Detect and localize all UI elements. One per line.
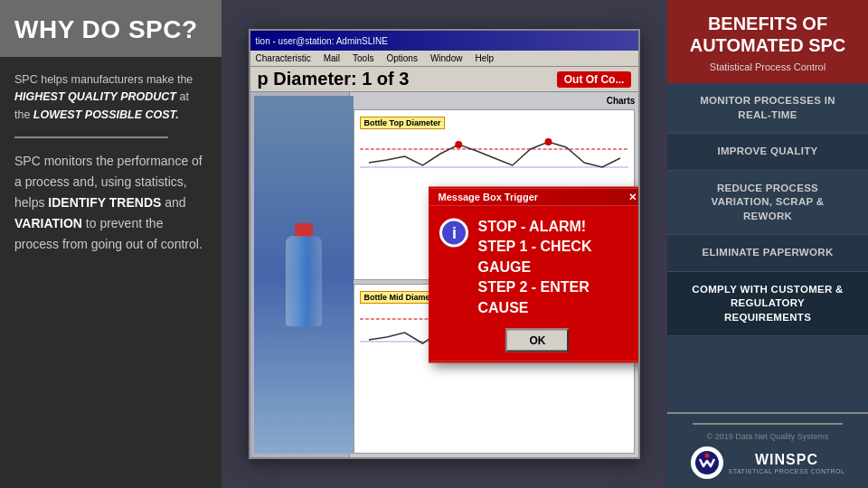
menu-mail[interactable]: Mail bbox=[324, 53, 340, 63]
sw-toolbar: p Diameter: 1 of 3 Out Of Co... bbox=[250, 67, 639, 92]
alarm-text: STOP - ALARM! STEP 1 - CHECK GAUGE STEP … bbox=[477, 217, 635, 318]
spc-monitors-text: SPC monitors the performance of a proces… bbox=[14, 151, 207, 255]
software-container: tion - user@station: AdminSLINE Characte… bbox=[222, 0, 667, 488]
winspc-logo: WINSPC STATISTICAL PROCESS CONTROL bbox=[680, 446, 855, 479]
alarm-ok-button[interactable]: OK bbox=[505, 328, 569, 352]
alarm-line3: STEP 2 - ENTER CAUSE bbox=[477, 277, 635, 318]
divider-line bbox=[14, 136, 168, 138]
benefit-reduce: REDUCE PROCESSVARIATION, SCRAP &REWORK bbox=[667, 171, 868, 236]
alarm-info-icon: i bbox=[439, 219, 468, 248]
svg-point-7 bbox=[704, 454, 709, 458]
benefit-comply: COMPLY WITH CUSTOMER &REGULATORYREQUIREM… bbox=[667, 272, 868, 337]
footer-divider bbox=[693, 423, 843, 425]
alarm-line2: STEP 1 - CHECK GAUGE bbox=[477, 237, 635, 277]
benefit-quality: IMPROVE QUALITY bbox=[667, 134, 868, 171]
sw-charts-area: Charts Bottle Top Diameter bbox=[350, 92, 639, 456]
alarm-line1: STOP - ALARM! bbox=[477, 217, 635, 237]
middle-panel: tion - user@station: AdminSLINE Characte… bbox=[222, 0, 667, 488]
menu-window[interactable]: Window bbox=[430, 53, 463, 63]
right-panel: BENEFITS OFAUTOMATED SPC Statistical Pro… bbox=[667, 0, 868, 488]
svg-point-2 bbox=[455, 141, 462, 148]
out-of-control-badge: Out Of Co... bbox=[557, 71, 632, 88]
page-title: WHY DO SPC? bbox=[14, 16, 207, 44]
sw-titlebar: tion - user@station: AdminSLINE bbox=[250, 31, 639, 51]
benefits-list: MONITOR PROCESSES INREAL-TIME IMPROVE QU… bbox=[667, 83, 868, 412]
left-content: SPC helps manufacturers make the HIGHEST… bbox=[0, 57, 222, 488]
winspc-name: WINSPC bbox=[729, 452, 845, 468]
right-header: BENEFITS OFAUTOMATED SPC Statistical Pro… bbox=[667, 0, 868, 83]
benefits-subtitle: Statistical Process Control bbox=[680, 61, 855, 72]
menu-options[interactable]: Options bbox=[386, 53, 417, 63]
svg-point-3 bbox=[544, 138, 552, 145]
sw-body: Charts Bottle Top Diameter bbox=[250, 92, 639, 456]
bottle-top-label: Bottle Top Diameter bbox=[360, 117, 446, 129]
menu-tools[interactable]: Tools bbox=[353, 53, 373, 63]
charts-label: Charts bbox=[354, 96, 636, 106]
benefit-monitor: MONITOR PROCESSES INREAL-TIME bbox=[667, 83, 868, 134]
footer-copyright: © 2019 Data Net Quality Systems bbox=[680, 432, 855, 441]
winspc-subtitle: STATISTICAL PROCESS CONTROL bbox=[729, 468, 845, 474]
alarm-close-button[interactable]: ✕ bbox=[628, 192, 637, 203]
winspc-svg-icon bbox=[694, 450, 720, 475]
benefits-title: BENEFITS OFAUTOMATED SPC bbox=[680, 13, 855, 56]
software-window: tion - user@station: AdminSLINE Characte… bbox=[249, 29, 641, 458]
bottle-image-area bbox=[254, 96, 354, 453]
left-panel: WHY DO SPC? SPC helps manufacturers make… bbox=[0, 0, 222, 488]
desc-text: SPC helps manufacturers make the HIGHEST… bbox=[14, 71, 207, 124]
menu-help[interactable]: Help bbox=[475, 53, 494, 63]
right-footer: © 2019 Data Net Quality Systems WINSPC S… bbox=[667, 412, 868, 488]
alarm-titlebar: Message Box Trigger ✕ bbox=[430, 189, 640, 206]
menu-characteristic[interactable]: Characteristic bbox=[256, 53, 311, 63]
sw-menubar: Characteristic Mail Tools Options Window… bbox=[250, 51, 639, 67]
winspc-icon bbox=[691, 446, 723, 479]
sw-title-text: tion - user@station: AdminSLINE bbox=[256, 36, 388, 46]
title-box: WHY DO SPC? bbox=[0, 0, 222, 57]
alarm-dialog: Message Box Trigger ✕ i STOP - ALARM! ST… bbox=[429, 187, 640, 363]
diameter-label: p Diameter: 1 of 3 bbox=[258, 69, 410, 89]
sw-sidebar bbox=[250, 92, 350, 456]
winspc-text-block: WINSPC STATISTICAL PROCESS CONTROL bbox=[729, 452, 845, 474]
alarm-body: i STOP - ALARM! STEP 1 - CHECK GAUGE STE… bbox=[430, 206, 640, 361]
bottle-shape bbox=[286, 236, 322, 326]
chart-top-svg bbox=[360, 131, 629, 185]
alarm-title-text: Message Box Trigger bbox=[438, 192, 538, 203]
benefit-paperwork: ELIMINATE PAPERWORK bbox=[667, 235, 868, 272]
alarm-icon-row: i STOP - ALARM! STEP 1 - CHECK GAUGE STE… bbox=[439, 217, 635, 318]
